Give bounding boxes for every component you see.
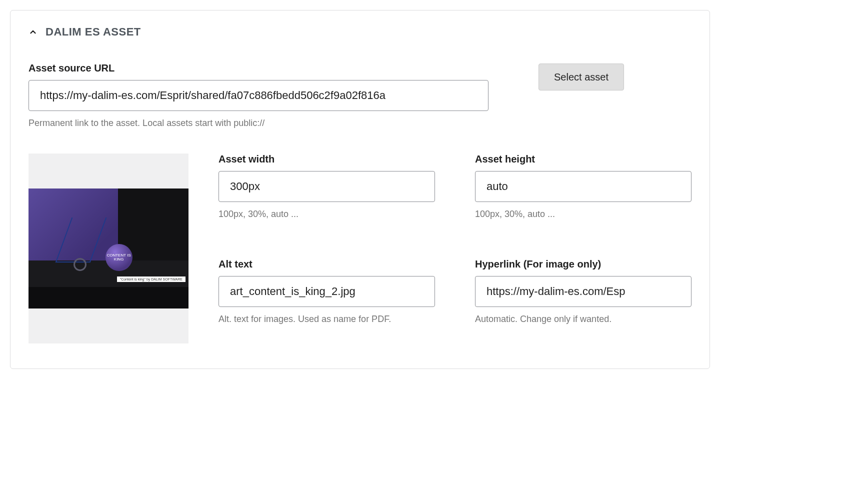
height-help: 100px, 30%, auto ... xyxy=(475,208,692,220)
alt-label: Alt text xyxy=(218,258,435,270)
height-label: Asset height xyxy=(475,154,692,165)
select-asset-button[interactable]: Select asset xyxy=(538,64,624,90)
height-input[interactable] xyxy=(475,171,692,202)
alt-help: Alt. text for images. Used as name for P… xyxy=(218,313,435,326)
thumbnail-caption: "Content is king" by DALIM SOFTWARE xyxy=(117,276,186,282)
chevron-up-icon xyxy=(28,28,38,36)
source-url-label: Asset source URL xyxy=(28,62,488,74)
thumbnail-image: CONTENT IS KING "Content is king" by DAL… xyxy=(28,188,188,308)
asset-panel: DALIM ES ASSET Asset source URL Permanen… xyxy=(10,10,710,369)
alt-input[interactable] xyxy=(218,276,435,307)
source-url-help: Permanent link to the asset. Local asset… xyxy=(28,117,488,130)
hyperlink-label: Hyperlink (For image only) xyxy=(475,258,692,270)
width-help: 100px, 30%, auto ... xyxy=(218,208,435,220)
hyperlink-help: Automatic. Change only if wanted. xyxy=(475,313,692,326)
thumbnail-ball-text: CONTENT IS KING xyxy=(106,254,132,262)
source-url-input[interactable] xyxy=(28,80,488,111)
width-input[interactable] xyxy=(218,171,435,202)
asset-thumbnail: CONTENT IS KING "Content is king" by DAL… xyxy=(28,154,188,344)
width-label: Asset width xyxy=(218,154,435,165)
hyperlink-input[interactable] xyxy=(475,276,692,307)
panel-header[interactable]: DALIM ES ASSET xyxy=(28,26,692,38)
panel-title: DALIM ES ASSET xyxy=(46,26,141,38)
